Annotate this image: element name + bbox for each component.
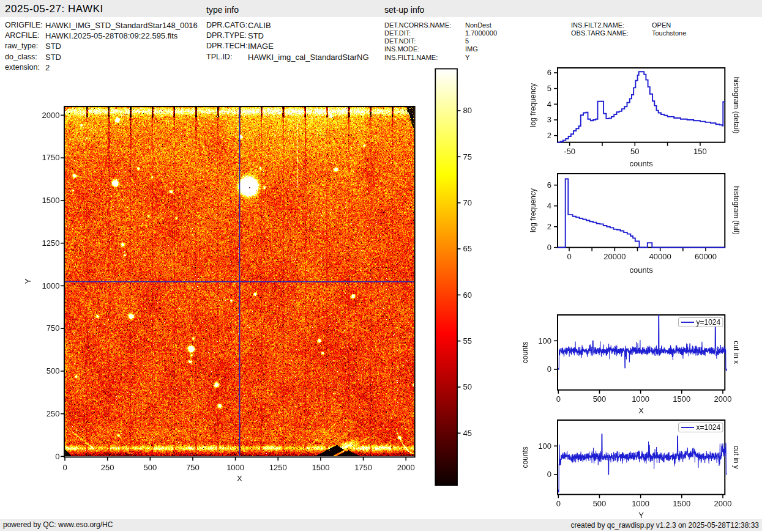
- svg-text:1000: 1000: [632, 394, 649, 404]
- svg-text:70: 70: [463, 198, 472, 207]
- svg-text:50: 50: [463, 382, 472, 391]
- svg-text:0: 0: [556, 394, 561, 404]
- svg-text:1000: 1000: [42, 281, 60, 290]
- svg-text:2000: 2000: [397, 463, 415, 472]
- svg-text:55: 55: [463, 336, 472, 345]
- svg-text:100: 100: [538, 336, 551, 345]
- svg-text:y=1024: y=1024: [697, 318, 721, 327]
- svg-text:100: 100: [538, 441, 551, 451]
- svg-text:0: 0: [556, 499, 561, 508]
- svg-text:500: 500: [593, 499, 607, 508]
- svg-text:50: 50: [630, 147, 639, 156]
- svg-text:Y: Y: [638, 511, 644, 520]
- svg-text:2: 2: [547, 131, 551, 140]
- svg-text:1750: 1750: [42, 153, 60, 162]
- svg-text:5: 5: [547, 84, 551, 93]
- svg-text:counts: counts: [521, 446, 529, 468]
- svg-text:45: 45: [463, 429, 472, 438]
- svg-text:1000: 1000: [632, 499, 649, 508]
- svg-text:0: 0: [55, 452, 59, 461]
- svg-text:80: 80: [463, 106, 472, 115]
- svg-text:1000: 1000: [226, 463, 244, 472]
- svg-text:cut in x: cut in x: [732, 341, 741, 364]
- svg-text:6: 6: [547, 180, 551, 190]
- svg-text:2000: 2000: [714, 394, 732, 404]
- svg-text:0: 0: [547, 243, 551, 252]
- svg-text:histogram (full): histogram (full): [732, 186, 741, 234]
- svg-text:4: 4: [547, 100, 551, 109]
- svg-text:0: 0: [567, 252, 571, 261]
- svg-text:counts: counts: [521, 342, 529, 363]
- svg-text:2000: 2000: [714, 499, 732, 508]
- svg-text:150: 150: [693, 147, 707, 156]
- svg-text:1750: 1750: [354, 463, 372, 472]
- svg-text:cut in y: cut in y: [732, 446, 741, 469]
- svg-text:750: 750: [186, 463, 200, 472]
- svg-text:1500: 1500: [673, 394, 690, 404]
- svg-text:65: 65: [463, 244, 472, 253]
- svg-text:1500: 1500: [312, 463, 329, 472]
- svg-text:log frequency: log frequency: [529, 188, 537, 232]
- svg-text:3: 3: [547, 115, 551, 124]
- svg-text:0: 0: [547, 470, 551, 479]
- svg-text:Y: Y: [23, 278, 32, 284]
- svg-text:60: 60: [463, 290, 472, 300]
- svg-text:750: 750: [47, 323, 60, 333]
- svg-text:250: 250: [101, 463, 114, 472]
- svg-text:6: 6: [547, 68, 551, 77]
- svg-text:1500: 1500: [673, 499, 690, 508]
- svg-text:40000: 40000: [649, 252, 671, 261]
- svg-text:counts: counts: [629, 159, 653, 168]
- svg-text:4: 4: [547, 201, 551, 210]
- svg-text:log frequency: log frequency: [529, 83, 537, 127]
- svg-text:counts: counts: [629, 265, 653, 275]
- svg-text:x=1024: x=1024: [697, 423, 721, 432]
- svg-text:60000: 60000: [695, 252, 717, 261]
- svg-text:500: 500: [47, 366, 60, 375]
- svg-text:75: 75: [463, 152, 472, 161]
- svg-text:X: X: [237, 474, 242, 483]
- svg-text:X: X: [638, 406, 644, 415]
- svg-text:2: 2: [547, 222, 551, 231]
- svg-text:0: 0: [547, 364, 551, 374]
- svg-text:20000: 20000: [603, 252, 626, 261]
- svg-text:1250: 1250: [42, 238, 60, 248]
- svg-text:500: 500: [593, 394, 607, 404]
- svg-text:250: 250: [47, 409, 60, 418]
- svg-text:0: 0: [62, 463, 67, 472]
- svg-text:500: 500: [143, 463, 157, 472]
- svg-text:1250: 1250: [269, 463, 287, 472]
- svg-text:2000: 2000: [42, 111, 60, 120]
- svg-text:1500: 1500: [42, 196, 60, 205]
- svg-text:histogram (detail): histogram (detail): [732, 77, 741, 134]
- svg-text:-50: -50: [564, 147, 575, 156]
